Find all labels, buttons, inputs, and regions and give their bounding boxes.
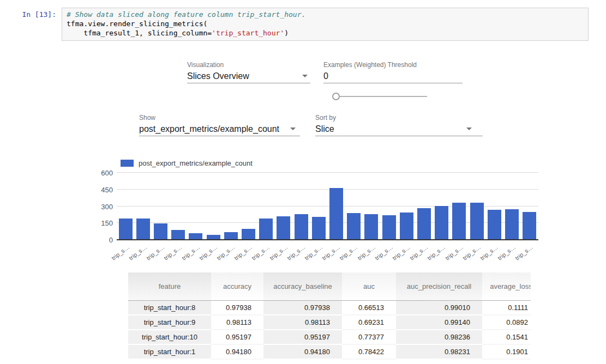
column-header-auc_precision_recall[interactable]: auc_precision_recall	[396, 272, 482, 301]
metric-cell: 0.95197	[211, 330, 263, 345]
code-line: tfma_result_1, slicing_column='trip_star…	[67, 28, 584, 38]
threshold-field[interactable]: Examples (Weighted) Threshold 0	[323, 61, 463, 84]
bar-slot	[117, 173, 134, 240]
bar[interactable]	[505, 209, 519, 240]
code-token: tfma_result_1, slicing_column=	[67, 29, 212, 37]
metric-cell: 0.95197	[263, 330, 342, 345]
metric-cell: 0.94180	[211, 345, 263, 360]
y-tick-label: 450	[86, 186, 113, 194]
bar[interactable]	[277, 216, 290, 240]
bar[interactable]	[523, 212, 536, 240]
metric-cell: 0.66513	[342, 301, 396, 316]
bar-slot	[415, 173, 433, 240]
table-row: trip_start_hour:10.941800.941800.784220.…	[128, 345, 531, 360]
threshold-input[interactable]: 0	[323, 71, 328, 81]
bar-slot	[239, 173, 257, 240]
metrics-table-container: featureaccuracyaccuracy_baselineaucauc_p…	[128, 272, 531, 364]
code-editor[interactable]: # Show data sliced along feature column …	[62, 8, 589, 41]
code-token: # Show data sliced along feature column …	[67, 10, 305, 19]
cell-input-prompt: In [13]:	[0, 10, 56, 19]
sort-value: Slice	[315, 124, 334, 134]
x-tick-label: trip_s…	[110, 244, 130, 262]
code-lines: # Show data sliced along feature column …	[67, 10, 584, 38]
bar-slot	[363, 173, 380, 240]
visualization-label: Visualization	[187, 61, 224, 69]
metric-cell: 0.98113	[211, 316, 263, 330]
bar[interactable]	[364, 214, 378, 240]
threshold-slider-handle[interactable]	[332, 93, 340, 100]
bar-slot	[134, 173, 152, 240]
code-token: 'trip_start_hour'	[212, 29, 284, 37]
notebook-page: { "code_cell": { "prompt": "In [13]:", "…	[0, 0, 606, 364]
chevron-down-icon	[466, 128, 472, 130]
bar[interactable]	[488, 210, 501, 240]
code-line: # Show data sliced along feature column …	[67, 10, 584, 19]
metric-cell: 0.1541	[482, 330, 531, 345]
bar-slot	[170, 173, 187, 240]
show-underline	[139, 136, 300, 136]
bar[interactable]	[312, 217, 326, 240]
sort-by-dropdown[interactable]: Sort by Slice	[315, 114, 483, 137]
bar[interactable]	[470, 203, 484, 240]
column-header-accuracy[interactable]: accuracy	[211, 272, 263, 301]
legend-label: post_export_metrics/example_count	[139, 159, 253, 167]
bar-slot	[327, 173, 345, 240]
column-header-average_loss[interactable]: average_loss	[482, 272, 531, 301]
bar-slot	[257, 173, 275, 240]
bar-slot	[451, 173, 468, 240]
bar-slot	[152, 173, 169, 240]
bar[interactable]	[136, 219, 150, 240]
metric-cell: 0.99010	[396, 301, 482, 316]
plot-area	[117, 173, 538, 240]
bar[interactable]	[417, 208, 431, 240]
column-header-feature[interactable]: feature	[128, 272, 211, 301]
threshold-slider-track[interactable]	[340, 96, 427, 97]
y-tick-label: 300	[86, 203, 113, 211]
bar-slot	[398, 173, 415, 240]
column-header-auc[interactable]: auc	[342, 272, 396, 301]
threshold-underline	[323, 83, 463, 83]
bar-slot	[275, 173, 292, 240]
bar-slot	[380, 173, 398, 240]
y-tick-label: 150	[86, 219, 113, 227]
metric-cell: 0.98231	[396, 345, 482, 360]
bar[interactable]	[171, 230, 185, 240]
y-tick-label: 600	[86, 169, 113, 177]
bar-series	[117, 173, 538, 240]
bar[interactable]	[224, 232, 238, 240]
threshold-label: Examples (Weighted) Threshold	[323, 61, 417, 69]
bar[interactable]	[119, 219, 133, 240]
show-value: post_export_metrics/example_count	[139, 124, 279, 134]
legend-swatch	[121, 160, 134, 167]
feature-cell: trip_start_hour:10	[128, 330, 211, 345]
bar[interactable]	[400, 213, 413, 240]
bar[interactable]	[242, 229, 255, 240]
metric-cell: 0.98236	[396, 330, 482, 345]
metric-cell: 0.0892	[482, 316, 531, 330]
metric-cell: 0.1111	[482, 301, 531, 316]
bar[interactable]	[154, 223, 167, 240]
visualization-dropdown[interactable]: Visualization Slices Overview	[187, 61, 310, 84]
feature-cell: trip_start_hour:1	[128, 345, 211, 360]
bar[interactable]	[259, 219, 273, 240]
bar-slot	[205, 173, 222, 240]
show-label: Show	[139, 114, 155, 122]
bar[interactable]	[329, 188, 343, 240]
code-token: tfma.view.render_slicing_metrics(	[67, 20, 207, 28]
metric-cell: 0.78422	[342, 345, 396, 360]
table-row: trip_start_hour:100.951970.951970.773770…	[128, 330, 531, 345]
code-token: )	[284, 29, 289, 37]
show-metric-dropdown[interactable]: Show post_export_metrics/example_count	[139, 114, 300, 137]
visualization-value: Slices Overview	[187, 71, 249, 81]
bar[interactable]	[435, 206, 448, 240]
bar[interactable]	[295, 214, 308, 240]
table-row: trip_start_hour:80.979380.979380.665130.…	[128, 301, 531, 316]
feature-cell: trip_start_hour:8	[128, 301, 211, 316]
bar[interactable]	[452, 203, 466, 240]
bar[interactable]	[382, 215, 396, 240]
metric-cell: 0.69231	[342, 316, 396, 330]
column-header-accuracy_baseline[interactable]: accuracy_baseline	[263, 272, 342, 301]
sort-underline	[315, 136, 483, 136]
bar[interactable]	[347, 213, 361, 240]
metric-cell: 0.99140	[396, 316, 482, 330]
